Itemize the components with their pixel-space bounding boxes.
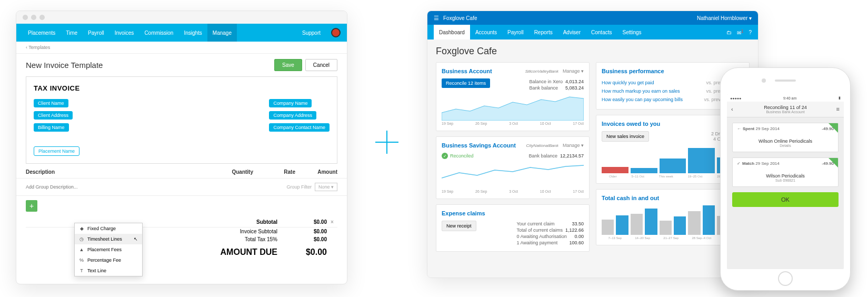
phone-mockup: ●●●●● 9:40 am ▮ ‹ Reconciling 11 of 24 B… bbox=[720, 67, 851, 291]
subtotal-value: $0.00 bbox=[290, 219, 327, 225]
org-name[interactable]: Foxglove Cafe bbox=[443, 15, 477, 21]
phone-home-button[interactable] bbox=[778, 271, 793, 286]
col-quantity: Quantity bbox=[211, 169, 253, 175]
battery-icon: ▮ bbox=[839, 96, 841, 100]
phone-camera-icon bbox=[762, 78, 766, 83]
pill-company-address[interactable]: Company Address bbox=[269, 111, 316, 120]
nav-placements[interactable]: Placements bbox=[23, 24, 61, 42]
ok-button[interactable]: OK bbox=[732, 192, 839, 207]
list-icon[interactable]: ≡ bbox=[836, 106, 840, 112]
nav-insights[interactable]: Insights bbox=[178, 24, 207, 42]
record-badge-icon[interactable] bbox=[331, 28, 341, 37]
help-icon[interactable]: ? bbox=[749, 29, 752, 35]
add-line-button[interactable]: + bbox=[26, 200, 37, 212]
transaction-card-spent[interactable]: ←Spent 29 Sep 2014 -49.90 Wilson Online … bbox=[732, 123, 839, 152]
invoice-subtotal-label: Invoice Subtotal bbox=[216, 229, 290, 234]
menu-fixed-charge[interactable]: ◆Fixed Charge bbox=[75, 223, 142, 234]
nav-support[interactable]: Support bbox=[297, 24, 326, 42]
panel-title[interactable]: Business Savings Account bbox=[442, 142, 516, 148]
reconciled-status: ✓Reconciled bbox=[442, 153, 474, 159]
plus-separator-icon bbox=[375, 131, 398, 154]
xero-topbar: ☰ Foxglove Cafe Nathaniel Hornblower ▾ bbox=[427, 11, 758, 25]
manage-dropdown[interactable]: Manage ▾ bbox=[563, 143, 584, 148]
new-receipt-button[interactable]: New receipt bbox=[442, 221, 476, 231]
col-rate: Rate bbox=[253, 169, 295, 175]
card-sub: Sub 098821 bbox=[737, 179, 834, 182]
nav-settings[interactable]: Settings bbox=[617, 25, 646, 39]
xero-nav: Dashboard Accounts Payroll Reports Advis… bbox=[427, 25, 758, 39]
menu-text-line[interactable]: TText Line bbox=[75, 265, 142, 276]
cancel-button[interactable]: Cancel bbox=[305, 59, 337, 71]
traffic-light[interactable] bbox=[23, 15, 28, 20]
back-chevron-icon[interactable]: ‹ bbox=[731, 106, 733, 112]
panel-title[interactable]: Total cash in and out bbox=[602, 195, 659, 201]
panel-title[interactable]: Expense claims bbox=[442, 210, 485, 216]
manage-dropdown[interactable]: Manage ▾ bbox=[563, 68, 584, 74]
dashboard-title: Foxglove Cafe bbox=[436, 46, 750, 57]
nav-invoices[interactable]: Invoices bbox=[109, 24, 139, 42]
group-filter-label: Group Filter bbox=[286, 184, 312, 190]
totals: Subtotal $0.00 × Invoice Subtotal $0.00 … bbox=[16, 216, 347, 263]
col-amount: Amount bbox=[295, 169, 337, 175]
panel-title[interactable]: Business Account bbox=[442, 68, 492, 74]
bank-logo: CityNationalBank bbox=[526, 143, 558, 148]
invoice-heading: TAX INVOICE bbox=[34, 84, 330, 92]
menu-placement-fees[interactable]: ▲Placement Fees bbox=[75, 244, 142, 255]
card-corner-icon bbox=[829, 158, 838, 167]
nav-payroll[interactable]: Payroll bbox=[83, 24, 109, 42]
panel-title: Business performance bbox=[602, 68, 664, 74]
merchant-name: Wilson Periodicals bbox=[737, 173, 834, 179]
nav-adviser[interactable]: Adviser bbox=[558, 25, 586, 39]
tag-icon: ◆ bbox=[79, 226, 84, 231]
savings-line-chart bbox=[442, 162, 584, 189]
traffic-light[interactable] bbox=[39, 15, 45, 20]
merchant-name: Wilson Online Periodicals bbox=[737, 138, 834, 144]
reconcile-button[interactable]: Reconcile 12 items bbox=[442, 78, 490, 88]
menu-percentage-fee[interactable]: %Percentage Fee bbox=[75, 255, 142, 265]
clock-icon: ◷ bbox=[79, 236, 84, 242]
new-invoice-button[interactable]: New sales invoice bbox=[602, 131, 649, 142]
menu-timesheet-lines[interactable]: ◷Timesheet Lines↖ bbox=[75, 234, 142, 244]
notifications-icon[interactable]: ✉1 bbox=[737, 28, 744, 36]
panel-title[interactable]: Invoices owed to you bbox=[602, 121, 660, 127]
card-sub: Details bbox=[737, 144, 834, 147]
tax-value: $0.00 bbox=[290, 236, 327, 242]
group-filter-select[interactable]: None ▾ bbox=[315, 183, 337, 191]
nav-commission[interactable]: Commission bbox=[139, 24, 178, 42]
pill-client-address[interactable]: Client Address bbox=[34, 111, 73, 120]
pill-company-name[interactable]: Company Name bbox=[269, 99, 312, 107]
save-button[interactable]: Save bbox=[274, 59, 302, 71]
nav-dashboard[interactable]: Dashboard bbox=[434, 25, 470, 39]
user-menu[interactable]: Nathaniel Hornblower ▾ bbox=[697, 15, 752, 21]
pill-billing-name[interactable]: Billing Name bbox=[34, 123, 69, 132]
col-description: Description bbox=[26, 169, 211, 175]
signal-icon: ●●●●● bbox=[730, 96, 741, 100]
check-icon: ✓ bbox=[737, 161, 741, 166]
perf-link[interactable]: How much markup you earn on sales bbox=[602, 88, 680, 94]
perf-link[interactable]: How quickly you get paid bbox=[602, 80, 654, 85]
person-icon: ▲ bbox=[79, 247, 84, 252]
pill-client-name[interactable]: Client Name bbox=[34, 99, 68, 107]
perf-link[interactable]: How easily you can pay upcoming bills bbox=[602, 97, 683, 102]
nav-time[interactable]: Time bbox=[61, 24, 83, 42]
arrow-left-icon: ← bbox=[737, 126, 741, 131]
pill-placement-name[interactable]: Placement Name bbox=[34, 146, 79, 156]
nav-contacts[interactable]: Contacts bbox=[586, 25, 617, 39]
group-description-input[interactable] bbox=[26, 184, 286, 190]
traffic-light[interactable] bbox=[31, 15, 36, 20]
transaction-card-match[interactable]: ✓Match 29 Sep 2014 -49.90 Wilson Periodi… bbox=[732, 157, 839, 187]
remove-subtotal-icon[interactable]: × bbox=[327, 219, 337, 225]
pill-company-contact[interactable]: Company Contact Name bbox=[269, 123, 330, 132]
phone-header: ‹ Reconciling 11 of 24 Business Bank Acc… bbox=[727, 102, 844, 117]
nav-reports[interactable]: Reports bbox=[529, 25, 558, 39]
nav-payroll[interactable]: Payroll bbox=[502, 25, 529, 39]
panel-savings-account: Business Savings Account CityNationalBan… bbox=[436, 136, 590, 199]
files-icon[interactable]: 🗀 bbox=[726, 29, 732, 35]
amount-due-value: $0.00 bbox=[290, 247, 327, 257]
breadcrumb[interactable]: ‹ Templates bbox=[16, 42, 347, 54]
xero-dashboard-window: ☰ Foxglove Cafe Nathaniel Hornblower ▾ D… bbox=[427, 11, 759, 278]
hamburger-icon[interactable]: ☰ bbox=[434, 15, 439, 22]
nav-accounts[interactable]: Accounts bbox=[470, 25, 502, 39]
bank-logo: SiliconValleyBank bbox=[525, 69, 558, 74]
nav-manage[interactable]: Manage bbox=[207, 24, 237, 42]
